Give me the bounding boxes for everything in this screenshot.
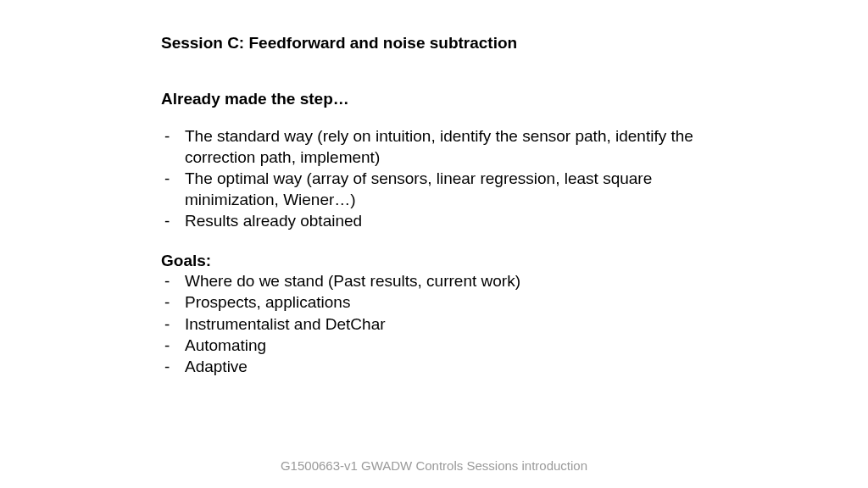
subtitle-text: Already made the step…: [161, 90, 707, 108]
list-item: Automating: [161, 335, 707, 356]
slide-title: Session C: Feedforward and noise subtrac…: [161, 34, 707, 53]
list-item: Results already obtained: [161, 210, 707, 231]
step-list: The standard way (rely on intuition, ide…: [161, 125, 707, 231]
list-item: Prospects, applications: [161, 291, 707, 313]
goals-list: Where do we stand (Past results, current…: [161, 270, 707, 376]
list-item: Where do we stand (Past results, current…: [161, 270, 707, 291]
slide-footer: G1500663-v1 GWADW Controls Sessions intr…: [0, 458, 868, 473]
list-item: The standard way (rely on intuition, ide…: [161, 125, 707, 168]
goals-heading: Goals:: [161, 252, 707, 270]
list-item: Adaptive: [161, 356, 707, 377]
slide-content: Session C: Feedforward and noise subtrac…: [0, 0, 868, 377]
list-item: The optimal way (array of sensors, linea…: [161, 168, 707, 210]
list-item: Instrumentalist and DetChar: [161, 313, 707, 335]
